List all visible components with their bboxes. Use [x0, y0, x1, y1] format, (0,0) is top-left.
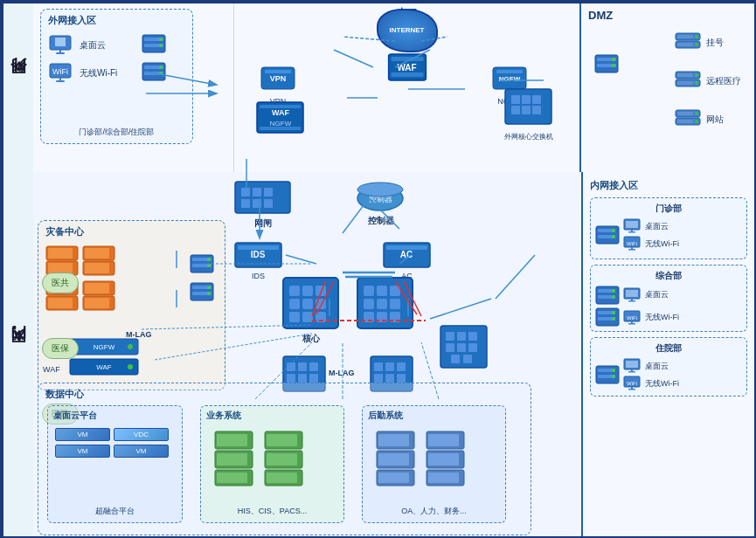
- svg-text:NGFW: NGFW: [270, 120, 292, 128]
- logistics-servers: [376, 431, 465, 487]
- svg-rect-141: [238, 245, 279, 250]
- svg-rect-224: [628, 249, 635, 251]
- dmz-title: DMZ: [588, 9, 747, 22]
- business-system-subtitle: HIS、CIS、PACS...: [201, 506, 343, 517]
- svg-rect-152: [289, 312, 300, 322]
- waf-device-top: WAF: [387, 50, 427, 88]
- desktop-cloud-platform: 桌面云平台 VM VDC VM VM 超融合平台: [47, 405, 183, 523]
- svg-rect-66: [260, 127, 301, 130]
- svg-point-45: [159, 38, 163, 41]
- outer-switch-inner: [440, 325, 488, 372]
- svg-rect-84: [677, 73, 693, 77]
- svg-rect-197: [267, 434, 297, 446]
- inner-access-title: 内网接入区: [590, 179, 747, 192]
- svg-rect-151: [316, 299, 326, 309]
- network-gate-device: 网闸: [234, 181, 291, 230]
- svg-point-247: [612, 375, 615, 378]
- hyperconverged-label: 超融合平台: [48, 506, 182, 517]
- general-dept: 综合部: [590, 265, 747, 332]
- outpatient-switch: [595, 225, 620, 245]
- svg-rect-68: [511, 95, 520, 104]
- general-desktop-label: 桌面云: [645, 289, 669, 300]
- svg-point-126: [207, 258, 211, 261]
- svg-rect-187: [463, 355, 472, 363]
- wifi-icon: WiFi: [48, 62, 76, 85]
- svg-rect-178: [397, 374, 406, 383]
- inpatient-desktop-item: 桌面云: [623, 358, 679, 374]
- logistics-system-subtitle: OA、人力、财务...: [363, 506, 505, 517]
- svg-text:IDS: IDS: [251, 250, 266, 259]
- outpatient-wifi-label: 无线Wi-Fi: [645, 238, 679, 250]
- inpatient-computer: [623, 358, 642, 374]
- svg-rect-122: [85, 298, 109, 308]
- svg-rect-249: [626, 361, 638, 368]
- yigong-cloud: 医共: [42, 272, 79, 293]
- dmz-services: 挂号 远程医疗: [675, 32, 741, 130]
- svg-rect-167: [298, 362, 307, 371]
- general-switch-2: [595, 307, 620, 327]
- service-website: 网站: [675, 109, 741, 130]
- vm-grid: VM VDC VM VM: [55, 428, 169, 458]
- outer-net-label: 外网: [2, 2, 33, 172]
- general-switch-1: [595, 286, 620, 305]
- outpatient-wifi-device: WiFi: [623, 236, 642, 252]
- svg-rect-192: [217, 453, 247, 466]
- svg-rect-70: [532, 95, 541, 104]
- service-telemedicine: 远程医疗: [675, 71, 741, 92]
- logistics-system-title: 后勤系统: [368, 410, 403, 422]
- server-icon-website: [675, 109, 701, 130]
- internet-cloud: INTERNET: [377, 9, 438, 52]
- svg-rect-100: [264, 188, 273, 197]
- svg-point-138: [128, 364, 133, 369]
- svg-rect-99: [253, 188, 261, 197]
- svg-rect-147: [302, 286, 313, 296]
- svg-rect-79: [677, 43, 693, 46]
- svg-rect-35: [55, 38, 66, 46]
- svg-text:WiFi: WiFi: [627, 241, 637, 246]
- business-system-title: 业务系统: [206, 410, 241, 422]
- svg-rect-54: [265, 70, 291, 73]
- data-center-title: 数据中心: [45, 388, 84, 401]
- svg-rect-41: [56, 80, 65, 82]
- svg-rect-121: [85, 283, 109, 293]
- svg-rect-181: [457, 332, 466, 341]
- svg-rect-158: [390, 286, 400, 296]
- svg-rect-185: [468, 343, 477, 352]
- business-server-2: [264, 431, 303, 487]
- svg-point-96: [612, 64, 615, 67]
- svg-rect-97: [235, 182, 290, 213]
- logistics-server-2: [426, 431, 465, 487]
- general-computer: [623, 287, 642, 303]
- svg-point-46: [159, 44, 163, 47]
- svg-rect-220: [628, 231, 635, 233]
- svg-point-76: [695, 35, 698, 38]
- desktop-cloud-label: 桌面云: [80, 39, 106, 52]
- svg-rect-114: [85, 263, 109, 273]
- vm-2: VM: [55, 445, 110, 458]
- department-label: 门诊部/综合部/住院部: [41, 127, 192, 138]
- svg-rect-171: [309, 374, 318, 383]
- vm-3: VM: [114, 445, 169, 458]
- svg-point-215: [612, 229, 615, 232]
- svg-point-50: [159, 66, 163, 69]
- registration-label: 挂号: [706, 37, 724, 49]
- outpatient-desktop-cloud: 桌面云: [623, 218, 679, 234]
- svg-rect-238: [628, 300, 635, 302]
- server-icon-registration: [675, 32, 701, 53]
- svg-rect-191: [217, 434, 247, 446]
- svg-rect-118: [48, 298, 73, 308]
- disaster-switch-2: [190, 282, 214, 305]
- general-label: 综合部: [595, 270, 742, 282]
- svg-point-89: [695, 120, 698, 123]
- outpatient-dept: 门诊部: [590, 197, 747, 259]
- svg-text:WAF: WAF: [397, 63, 416, 72]
- vdc-1: VDC: [114, 428, 169, 441]
- svg-point-216: [612, 235, 615, 238]
- mlag-label-bottom: M-LAG: [329, 369, 355, 377]
- svg-rect-144: [386, 245, 427, 250]
- waf-label-inner: WAF: [43, 365, 60, 374]
- svg-rect-154: [316, 312, 326, 322]
- svg-text:VPN: VPN: [270, 74, 287, 83]
- inpatient-items: 桌面云 WiFi 无线Wi-Fi: [595, 358, 742, 391]
- svg-point-228: [612, 289, 615, 293]
